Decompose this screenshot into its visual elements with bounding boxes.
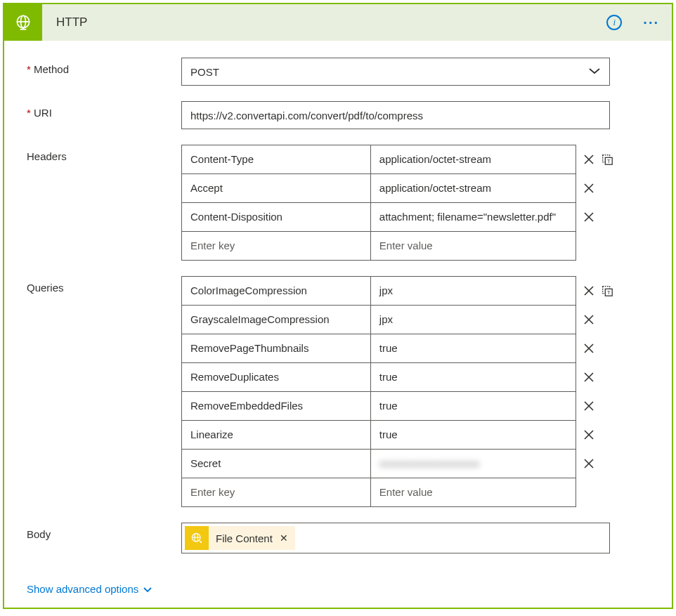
body-content-chip: File Content ✕: [185, 526, 295, 550]
header-key[interactable]: Accept: [182, 174, 371, 202]
queries-table: ColorImageCompressionjpxGrayscaleImageCo…: [181, 276, 576, 507]
query-value[interactable]: true: [371, 421, 576, 449]
new-value-input[interactable]: Enter value: [371, 478, 576, 506]
card-title: HTTP: [42, 15, 606, 30]
kv-row: Acceptapplication/octet-stream: [182, 174, 576, 203]
format-row-button[interactable]: T: [600, 152, 614, 166]
delete-row-button[interactable]: [582, 181, 596, 195]
svg-text:T: T: [607, 289, 611, 295]
queries-label: Queries: [27, 276, 181, 294]
format-row-button[interactable]: T: [600, 284, 614, 298]
chevron-down-icon: [588, 66, 601, 77]
body-label: Body: [27, 523, 181, 540]
kv-row: Linearizetrue: [182, 421, 576, 450]
query-key[interactable]: Secret: [182, 450, 371, 478]
card-header: HTTP i ···: [4, 4, 672, 41]
headers-label: Headers: [27, 145, 181, 162]
query-key[interactable]: Linearize: [182, 421, 371, 449]
delete-row-button[interactable]: [582, 428, 596, 442]
http-icon: [4, 4, 42, 41]
chip-remove-icon[interactable]: ✕: [280, 532, 295, 544]
uri-input[interactable]: https://v2.convertapi.com/convert/pdf/to…: [181, 101, 610, 129]
http-action-card: HTTP i ··· Method POST URI https://v2.co…: [3, 3, 673, 609]
advanced-label: Show advanced options: [27, 583, 138, 595]
delete-row-button[interactable]: [582, 210, 596, 224]
new-key-input[interactable]: Enter key: [182, 232, 371, 260]
headers-table: Content-Typeapplication/octet-streamAcce…: [181, 145, 576, 261]
query-value[interactable]: jpx: [371, 306, 576, 334]
query-key[interactable]: RemoveDuplicates: [182, 363, 371, 391]
delete-row-button[interactable]: [582, 370, 596, 384]
query-key[interactable]: RemovePageThumbnails: [182, 334, 371, 362]
kv-row: Content-Typeapplication/octet-stream: [182, 145, 576, 174]
file-content-icon: [185, 526, 209, 550]
query-value[interactable]: xxxxxxxxxxxxxxxxxxx: [371, 450, 576, 478]
query-value[interactable]: jpx: [371, 277, 576, 305]
delete-row-button[interactable]: [582, 341, 596, 355]
card-body: Method POST URI https://v2.convertapi.co…: [4, 41, 672, 608]
method-value: POST: [190, 66, 219, 78]
method-select[interactable]: POST: [181, 58, 610, 86]
show-advanced-link[interactable]: Show advanced options: [27, 583, 152, 595]
query-value[interactable]: true: [371, 363, 576, 391]
delete-row-button[interactable]: [582, 457, 596, 471]
kv-row: ColorImageCompressionjpx: [182, 277, 576, 306]
method-label: Method: [27, 58, 181, 75]
query-value[interactable]: true: [371, 392, 576, 420]
delete-row-button[interactable]: [582, 152, 596, 166]
delete-row-button[interactable]: [582, 399, 596, 413]
kv-row: RemoveEmbeddedFilestrue: [182, 392, 576, 421]
new-value-input[interactable]: Enter value: [371, 232, 576, 260]
kv-new-row: Enter keyEnter value: [182, 232, 576, 260]
kv-new-row: Enter keyEnter value: [182, 478, 576, 506]
kv-row: RemovePageThumbnailstrue: [182, 334, 576, 363]
kv-row: RemoveDuplicatestrue: [182, 363, 576, 392]
query-value[interactable]: true: [371, 334, 576, 362]
more-menu-button[interactable]: ···: [643, 15, 659, 30]
svg-text:T: T: [607, 157, 611, 164]
uri-value: https://v2.convertapi.com/convert/pdf/to…: [190, 110, 423, 122]
chevron-down-icon: [143, 583, 152, 595]
chip-label: File Content: [209, 532, 280, 544]
kv-row: Secretxxxxxxxxxxxxxxxxxxx: [182, 450, 576, 478]
body-input[interactable]: File Content ✕: [181, 523, 610, 553]
query-key[interactable]: GrayscaleImageCompression: [182, 306, 371, 334]
uri-label: URI: [27, 101, 181, 119]
delete-row-button[interactable]: [582, 284, 596, 298]
header-key[interactable]: Content-Disposition: [182, 203, 371, 231]
query-key[interactable]: ColorImageCompression: [182, 277, 371, 305]
header-value[interactable]: application/octet-stream: [371, 145, 576, 173]
kv-row: Content-Dispositionattachment; filename=…: [182, 203, 576, 232]
header-key[interactable]: Content-Type: [182, 145, 371, 173]
kv-row: GrayscaleImageCompressionjpx: [182, 306, 576, 334]
header-value[interactable]: application/octet-stream: [371, 174, 576, 202]
query-key[interactable]: RemoveEmbeddedFiles: [182, 392, 371, 420]
delete-row-button[interactable]: [582, 313, 596, 327]
info-icon[interactable]: i: [606, 15, 622, 30]
header-value[interactable]: attachment; filename="newsletter.pdf": [371, 203, 576, 231]
new-key-input[interactable]: Enter key: [182, 478, 371, 506]
